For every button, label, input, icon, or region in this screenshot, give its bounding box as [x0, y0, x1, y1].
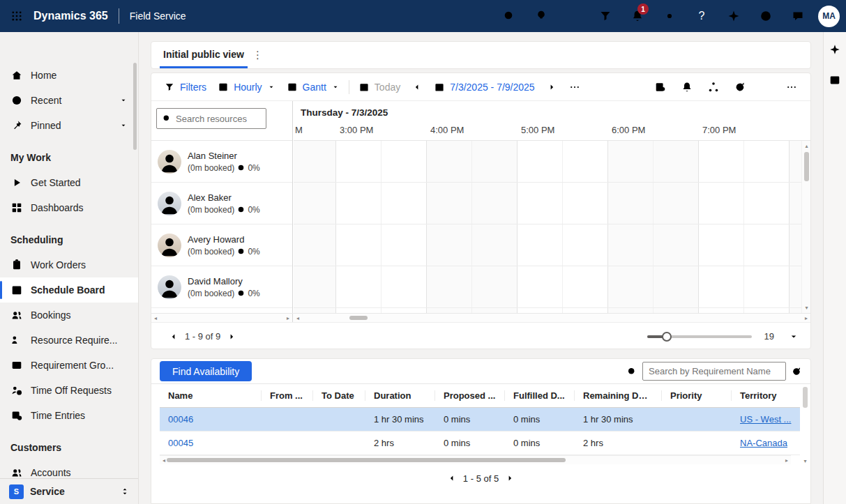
resource-row-alan-steiner[interactable]: Alan Steiner (0m booked) 0% [151, 141, 292, 183]
chevron-down-icon[interactable] [119, 96, 128, 105]
refresh-board-icon[interactable] [727, 76, 753, 98]
resource-row-david-mallory[interactable]: David Mallory (0m booked) 0% [151, 266, 292, 308]
previous-page-chevron[interactable] [447, 473, 457, 483]
column-header-duration[interactable]: Duration [365, 390, 435, 401]
scroll-down-arrow[interactable]: ▾ [802, 305, 811, 311]
refresh-requirements-icon[interactable] [791, 366, 802, 377]
sidebar-item-requirement-groups[interactable]: Requirement Gro... [0, 353, 138, 378]
previous-period-chevron[interactable] [406, 79, 428, 96]
resource-hierarchy-icon[interactable] [700, 76, 727, 98]
sidebar-item-time-entries[interactable]: Time Entries [0, 403, 138, 428]
territory-link[interactable]: NA-Canada [732, 438, 800, 448]
schedule-grid[interactable] [294, 141, 801, 313]
scrollbar-thumb[interactable] [167, 458, 566, 462]
lightbulb-icon[interactable] [525, 0, 557, 32]
app-title[interactable]: Dynamics 365 [33, 10, 108, 22]
scroll-left-arrow[interactable]: ◂ [154, 315, 157, 321]
teams-chat-icon[interactable] [782, 0, 814, 32]
date-range-picker[interactable]: 7/3/2025 - 7/9/2025 [428, 78, 540, 96]
column-header-remaining[interactable]: Remaining Dur... [575, 390, 662, 401]
open-requirements-panel-icon[interactable] [647, 76, 674, 98]
scrollbar-thumb[interactable] [349, 316, 368, 320]
column-header-territory[interactable]: Territory [732, 390, 800, 401]
area-switcher-chevrons-icon[interactable] [120, 487, 130, 496]
territory-link[interactable]: US - West ... [732, 414, 800, 425]
scroll-right-arrow[interactable]: ▸ [785, 457, 788, 464]
add-tab-button[interactable] [273, 49, 284, 61]
resource-search-input[interactable] [176, 114, 261, 124]
resource-search-box[interactable] [156, 108, 266, 129]
board-more-options-icon[interactable] [780, 78, 803, 96]
scroll-left-arrow[interactable]: ◂ [296, 315, 299, 321]
previous-page-chevron[interactable] [163, 332, 185, 342]
today-button[interactable]: Today [353, 78, 406, 96]
quick-create-icon[interactable] [557, 0, 589, 32]
sidebar-item-dashboards[interactable]: Dashboards [0, 195, 138, 220]
chat-panel-icon[interactable] [829, 74, 841, 86]
next-period-chevron[interactable] [541, 79, 563, 96]
column-header-to-date[interactable]: To Date [313, 390, 365, 401]
sidebar-item-recent[interactable]: Recent [0, 88, 138, 113]
resource-row-avery-howard[interactable]: Avery Howard (0m booked) 0% [151, 224, 292, 266]
column-header-name[interactable]: Name [160, 390, 262, 401]
sidebar-item-schedule-board[interactable]: Schedule Board [0, 277, 138, 303]
requirement-row-00046[interactable]: 00046 1 hr 30 mins 0 mins 0 mins 1 hr 30… [160, 408, 800, 432]
search-icon[interactable] [493, 0, 525, 32]
sidebar-item-pinned[interactable]: Pinned [0, 113, 138, 138]
scroll-right-arrow[interactable]: ▸ [287, 315, 289, 321]
zoom-slider[interactable] [647, 335, 752, 338]
sidebar-item-home[interactable]: Home [0, 63, 138, 88]
date-more-options-icon[interactable] [563, 78, 587, 96]
resource-row-alex-baker[interactable]: Alex Baker (0m booked) 0% [151, 183, 292, 224]
filter-icon[interactable] [589, 0, 621, 32]
sitemap-collapse-button[interactable] [0, 32, 138, 63]
sort-resources-icon[interactable] [269, 108, 287, 129]
requirements-horizontal-scrollbar[interactable]: ◂ ▸ [160, 455, 791, 464]
requirements-vertical-scrollbar[interactable]: ▾ [801, 384, 810, 464]
grid-vertical-scrollbar[interactable]: ▴ ▾ [801, 141, 810, 313]
user-avatar[interactable]: MA [818, 6, 840, 27]
filters-button[interactable]: Filters [158, 78, 212, 96]
collapse-panel-chevron-icon[interactable] [788, 331, 799, 342]
maximize-board-icon[interactable] [753, 76, 780, 98]
grid-horizontal-scrollbar[interactable]: ◂ ▸ [294, 314, 810, 322]
chevron-down-icon[interactable] [119, 121, 128, 130]
copilot-panel-icon[interactable] [829, 43, 841, 56]
next-page-chevron[interactable] [220, 332, 243, 342]
scrollbar-thumb[interactable] [803, 387, 808, 408]
notifications-bell-icon[interactable]: 1 [621, 0, 654, 32]
requirement-row-00045[interactable]: 00045 2 hrs 0 mins 0 mins 2 hrs NA-Canad… [160, 432, 800, 455]
scroll-up-arrow[interactable]: ▴ [802, 143, 811, 149]
area-title[interactable]: Field Service [130, 10, 186, 22]
sidebar-item-bookings[interactable]: Bookings [0, 303, 138, 328]
sidebar-item-get-started[interactable]: Get Started [0, 170, 138, 195]
column-header-fulfilled[interactable]: Fulfilled D... [505, 390, 575, 401]
requirement-search-input[interactable] [642, 362, 786, 381]
find-availability-button[interactable]: Find Availability [160, 361, 252, 381]
gantt-dropdown[interactable]: Gantt [281, 78, 345, 96]
column-header-from[interactable]: From ... [262, 390, 313, 401]
sidebar-item-work-orders[interactable]: Work Orders [0, 252, 138, 277]
scroll-right-arrow[interactable]: ▸ [805, 315, 808, 321]
tab-initial-public-view[interactable]: Initial public view [160, 42, 248, 68]
area-switcher[interactable]: S Service [0, 478, 139, 504]
column-header-priority[interactable]: Priority [662, 390, 732, 401]
board-alerts-bell-icon[interactable] [674, 76, 700, 98]
zoom-slider-thumb[interactable] [662, 332, 672, 342]
feedback-smiley-icon[interactable] [750, 0, 782, 32]
settings-gear-icon[interactable] [654, 0, 686, 32]
scroll-down-arrow[interactable]: ▾ [801, 458, 810, 464]
app-launcher-button[interactable] [0, 0, 33, 32]
help-icon[interactable]: ? [686, 0, 718, 32]
tab-options-menu-icon[interactable]: ⋮ [252, 49, 263, 61]
scrollbar-thumb[interactable] [804, 152, 809, 181]
sidebar-item-resource-requirements[interactable]: Resource Require... [0, 328, 138, 353]
sidebar-item-time-off-requests[interactable]: Time Off Requests [0, 378, 138, 403]
column-header-proposed[interactable]: Proposed ... [435, 390, 505, 401]
requirement-name-link[interactable]: 00046 [160, 414, 262, 425]
requirement-name-link[interactable]: 00045 [160, 438, 262, 448]
sidebar-scrollbar[interactable] [133, 63, 137, 150]
copilot-icon[interactable] [718, 0, 750, 32]
scroll-left-arrow[interactable]: ◂ [163, 457, 165, 464]
next-page-chevron[interactable] [505, 473, 515, 483]
